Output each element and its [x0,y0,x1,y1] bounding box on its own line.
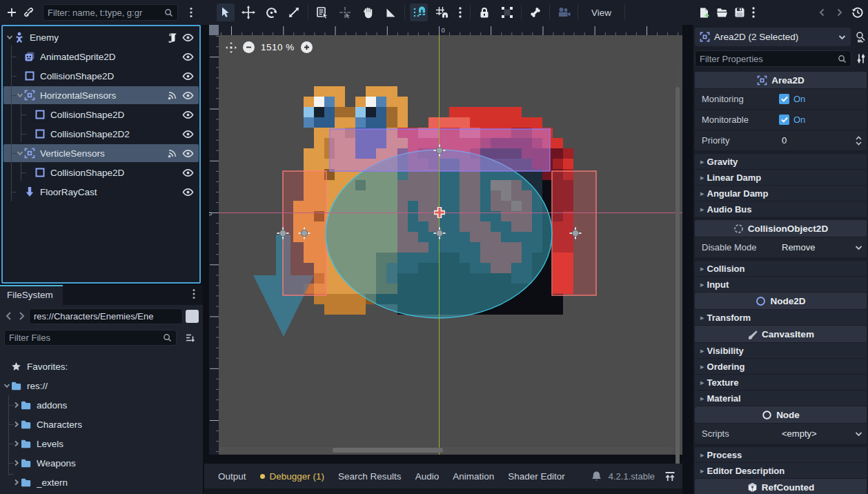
tree-collapse-icon[interactable] [12,401,21,409]
fs-toggle-split-button[interactable] [186,310,199,323]
property-group-collision[interactable]: ▸Collision [695,261,867,277]
viewport-vscrollbar[interactable] [675,62,680,453]
list-select-button[interactable] [313,3,331,21]
tree-collapse-icon[interactable] [12,420,21,428]
scene-tree-item-floorraycast[interactable]: FloorRayCast [3,182,199,201]
tree-collapse-icon[interactable] [12,459,21,467]
snap-smart-button[interactable] [410,3,428,21]
visibility-eye-icon[interactable] [182,32,194,43]
zoom-out-button[interactable] [243,41,255,53]
visibility-eye-icon[interactable] [182,129,194,139]
tool-rotate-button[interactable] [262,3,280,21]
filesystem-menu-kebab-icon[interactable] [185,285,203,303]
object-history-icon[interactable] [849,3,867,21]
tool-scale-button[interactable] [285,3,303,21]
category-collisionobject2d[interactable]: CollisionObject2D [695,220,867,237]
visibility-eye-icon[interactable] [182,71,194,81]
fs-item-favorites[interactable]: Favorites: [0,357,203,376]
vscrollbar-thumb[interactable] [675,87,680,471]
history-back-icon[interactable] [813,3,831,21]
tool-select-button[interactable] [217,3,235,21]
save-resource-button[interactable] [731,3,749,21]
bottom-tab-output[interactable]: Output [211,467,253,485]
zoom-in-button[interactable] [301,41,313,53]
instance-scene-button[interactable] [21,3,39,21]
scene-filter-input[interactable]: Filter: name, t:type, g:gr [43,4,178,21]
checkbox-checked[interactable] [779,115,789,125]
fs-item-characters[interactable]: Characters [0,415,203,434]
category-node[interactable]: Node [695,406,867,423]
tree-collapse-icon[interactable] [3,382,11,390]
signal-badge-icon[interactable] [167,90,177,101]
scene-tree-item-verticlesensors[interactable]: VerticleSensors [3,144,199,163]
bottom-tab-animation[interactable]: Animation [446,467,501,485]
chevron-down-icon[interactable] [855,431,862,437]
tool-move-button[interactable] [239,3,257,21]
category-refcounted[interactable]: RefCounted [695,479,867,494]
visibility-eye-icon[interactable] [182,110,194,120]
property-group-audio-bus[interactable]: ▸Audio Bus [695,201,867,217]
resource-menu-kebab-icon[interactable] [749,3,758,21]
scene-tree-item-collisionshape2d[interactable]: CollisionShape2D [3,66,199,86]
dropdown-value[interactable]: <empty> [779,428,851,439]
visibility-eye-icon[interactable] [182,187,194,197]
lock-button[interactable] [475,3,493,21]
scene-menu-kebab-icon[interactable] [182,3,200,21]
fs-item-extern[interactable]: _extern [0,473,203,492]
viewport-hscrollbar[interactable] [219,447,673,453]
visibility-eye-icon[interactable] [182,148,194,159]
fs-back-icon[interactable] [4,311,14,321]
chevron-down-icon[interactable] [855,245,862,250]
tab-filesystem[interactable]: FileSystem [0,285,63,305]
scene-tree-item-collisionshape2d[interactable]: CollisionShape2D [3,163,199,182]
fs-path-input[interactable]: res://Characters/Enemies/Ene [29,308,183,324]
node-selector-dropdown[interactable]: Area2D (2 Selected) [695,28,851,46]
checkbox-checked[interactable] [779,94,789,104]
property-group-visibility[interactable]: ▸Visibility [695,343,867,359]
spin-value[interactable]: 0 [779,135,851,146]
scene-tree-item-horizontalsensors[interactable]: HorizontalSensors [3,86,199,105]
category-canvasitem[interactable]: CanvasItem [695,326,867,342]
spinner-updown-icon[interactable] [855,136,862,146]
tree-collapse-icon[interactable] [16,91,24,99]
new-resource-button[interactable] [695,3,713,21]
property-group-input[interactable]: ▸Input [695,277,867,293]
tree-collapse-icon[interactable] [16,149,24,157]
category-node2d[interactable]: Node2D [695,293,867,309]
dropdown-value[interactable]: Remove [779,242,851,253]
zoom-level[interactable]: 1510 % [261,42,295,52]
scene-tree-item-collisionshape2d[interactable]: CollisionShape2D [3,105,199,124]
pivot-button[interactable] [336,3,354,21]
signal-badge-icon[interactable] [167,148,177,159]
property-group-editor-description[interactable]: ▸Editor Description [695,463,867,479]
fs-item-levels[interactable]: Levels [0,434,203,453]
canvas-2d[interactable] [219,35,682,455]
property-group-angular-damp[interactable]: ▸Angular Damp [695,186,867,201]
add-node-button[interactable] [3,3,21,21]
bottom-tab-shader-editor[interactable]: Shader Editor [501,467,572,485]
fs-item-res[interactable]: res:// [0,376,203,395]
bone-button[interactable] [526,3,544,21]
open-docs-icon[interactable] [855,31,867,43]
property-tools-icon[interactable] [856,53,867,64]
group-button[interactable] [498,3,516,21]
property-group-texture[interactable]: ▸Texture [695,375,867,391]
visibility-eye-icon[interactable] [182,168,194,178]
fs-forward-icon[interactable] [17,311,26,321]
script-badge-icon[interactable] [167,32,177,43]
hscrollbar-thumb[interactable] [333,448,443,453]
visibility-eye-icon[interactable] [182,90,194,101]
bottom-tab-search-results[interactable]: Search Results [331,467,408,485]
notification-bell-icon[interactable] [591,471,602,482]
scene-tree-item-collisionshape2d2[interactable]: CollisionShape2D2 [3,124,199,144]
scene-tree-item-animatedsprite2d[interactable]: AnimatedSprite2D [3,47,199,66]
ruler-button[interactable] [382,3,400,21]
scene-tree-item-enemy[interactable]: Enemy [3,28,199,47]
fs-item-addons[interactable]: addons [0,395,203,415]
property-group-linear-damp[interactable]: ▸Linear Damp [695,170,867,186]
load-resource-button[interactable] [713,3,731,21]
visibility-eye-icon[interactable] [182,52,194,62]
property-group-ordering[interactable]: ▸Ordering [695,359,867,375]
fs-item-weapons[interactable]: Weapons [0,453,203,473]
property-group-process[interactable]: ▸Process [695,447,867,463]
